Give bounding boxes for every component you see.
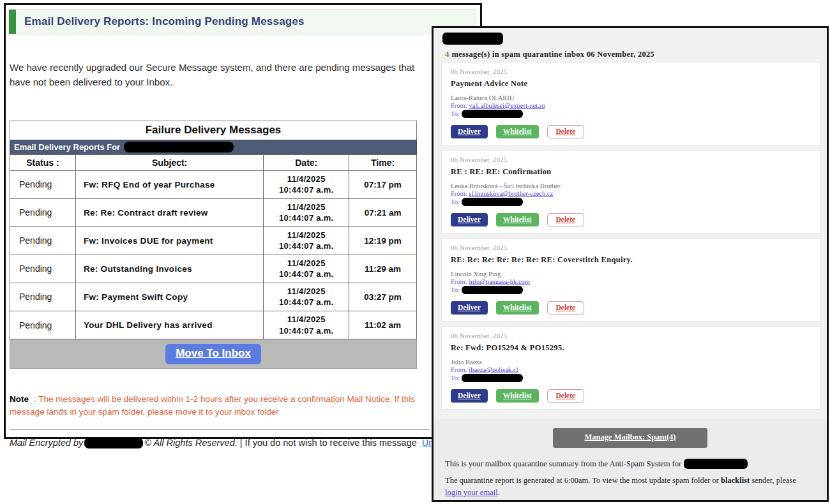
sender-email-link[interactable]: sl.brzuskova@brother-czech.cz (469, 190, 553, 197)
email-delivery-report-window: Email Delivery Reports: Incoming Pending… (4, 3, 482, 439)
report-text-a: The quarantine report is generated at 6:… (445, 476, 721, 485)
table-header-row: Status : Subject: Date: Time: (10, 154, 417, 170)
delete-button[interactable]: Delete (547, 125, 585, 138)
report-header-banner: Email Delivery Reports: Incoming Pending… (8, 9, 476, 34)
whitelist-button[interactable]: Whitelist (496, 125, 539, 138)
to-label: To: (451, 198, 460, 205)
whitelist-button[interactable]: Whitelist (496, 213, 539, 226)
table-row: Pending Re: Outstanding Invoices 11/4/20… (10, 255, 417, 283)
message-to-line: To: (451, 374, 811, 382)
deliver-button[interactable]: Deliver (451, 389, 488, 403)
time-cell: 11:02 am (349, 311, 417, 339)
delete-button[interactable]: Delete (547, 389, 585, 403)
message-subject: RE : RE: RE: Confirmation (451, 167, 811, 177)
date-value: 11/4/2025 (265, 174, 347, 185)
sender-email-link[interactable]: vali.albulesei@expert-net.ro (469, 102, 545, 109)
whitelist-button[interactable]: Whitelist (496, 389, 539, 403)
subject-cell: Fw: Invoices DUE for payment (75, 226, 263, 255)
message-from-line: From: info@pangaea-hk.com (451, 278, 811, 285)
quarantine-message-card: 06 November, 2025 Payment Advice Note La… (441, 62, 820, 145)
deliver-button[interactable]: Deliver (451, 213, 488, 226)
from-label: From: (451, 102, 467, 109)
datetime-value: 10:44:07 a.m. (265, 212, 347, 224)
subject-cell: Your DHL Delivery has arrived (75, 311, 263, 339)
delete-button[interactable]: Delete (547, 213, 585, 226)
quarantine-message-list: 06 November, 2025 Payment Advice Note La… (434, 62, 827, 410)
manage-mailbox-button[interactable]: Manage Mailbox: Spam(4) (553, 428, 707, 448)
login-email-link[interactable]: login your email (445, 488, 498, 497)
encrypted-by-text: Mail Encrypted by (10, 438, 83, 448)
datetime-value: 10:44:07 a.m. (265, 297, 347, 308)
sender-email-link[interactable]: info@pangaea-hk.com (469, 278, 530, 285)
subject-cell: Re: Re: Contract draft review (75, 198, 263, 226)
quarantine-summary-line: 4message(s) in spam quarantine inbox 06 … (434, 48, 827, 62)
screenshot-stage: Email Delivery Reports: Incoming Pending… (0, 0, 830, 504)
report-text-c: sender, please (750, 476, 796, 485)
quarantine-message-area: 4message(s) in spam quarantine inbox 06 … (434, 28, 827, 419)
datetime-value: 10:44:07 a.m. (265, 184, 347, 196)
deliver-button[interactable]: Deliver (451, 301, 488, 315)
email-footer: Mail Encrypted by© All Rights Reserved. … (10, 438, 480, 448)
redacted-logo-box (442, 33, 503, 45)
quarantine-message-card: 06 November, 2025 RE: Re: Re: Re: Re: Re… (441, 238, 820, 322)
quarantine-summary-text: This is your mailbox quarantine summary … (445, 459, 815, 469)
move-to-inbox-button[interactable]: Move To Inbox (165, 344, 261, 364)
time-cell: 11:29 am (349, 255, 417, 283)
delivery-table-body: Pending Fw: RFQ End of year Purchase 11/… (10, 170, 417, 339)
subject-cell: Fw: Payment Swift Copy (75, 283, 263, 311)
date-cell: 11/4/202510:44:07 a.m. (264, 226, 349, 255)
intro-text: We have recently upgraded our Secure Mes… (10, 60, 421, 90)
datetime-value: 10:44:07 a.m. (265, 325, 347, 337)
date-cell: 11/4/202510:44:07 a.m. (264, 198, 349, 226)
blacklist-word: blacklist (721, 476, 750, 485)
footer-divider (10, 429, 430, 430)
subject-cell: Re: Outstanding Invoices (75, 255, 263, 283)
message-date: 06 November, 2025 (451, 332, 811, 339)
to-label: To: (451, 110, 460, 117)
table-banner: Email Delivery Reports For (10, 140, 417, 154)
redacted-account-box (684, 459, 748, 469)
redacted-recipient-box (124, 142, 234, 152)
header-accent-bar (9, 10, 16, 34)
rights-text: © All Rights Reserved. (144, 438, 238, 448)
message-count: 4 (445, 50, 449, 59)
quarantine-message-card: 06 November, 2025 Re: Fwd: PO15294 & PO1… (441, 326, 820, 410)
redacted-recipient-box (462, 110, 523, 118)
date-cell: 11/4/202510:44:07 a.m. (264, 283, 349, 311)
table-title: Failure Delivery Messages (10, 121, 417, 140)
note-text: : The messages will be delivered within … (10, 394, 415, 417)
unsubscribe-text: | If you do not wish to receive this mes… (240, 438, 417, 448)
redacted-recipient-box (462, 198, 523, 206)
table-row: Pending Your DHL Delivery has arrived 11… (10, 311, 417, 339)
status-cell: Pending (10, 311, 76, 339)
quarantine-actions-section: Manage Mailbox: Spam(4) This is your mai… (434, 419, 827, 502)
message-date: 06 November, 2025 (451, 156, 811, 163)
sender-email-link[interactable]: jbaeza@polisak.cl (469, 366, 518, 373)
message-actions: Deliver Whitelist Delete (451, 389, 811, 403)
subject-cell: Fw: RFQ End of year Purchase (75, 170, 263, 198)
to-label: To: (451, 374, 460, 382)
message-sender: Lincoln Xing Ping (451, 271, 811, 278)
redacted-recipient-box (462, 374, 523, 382)
message-date: 06 November, 2025 (451, 244, 811, 251)
spam-quarantine-window: 4message(s) in spam quarantine inbox 06 … (432, 26, 829, 502)
from-label: From: (451, 278, 467, 285)
message-subject: Payment Advice Note (451, 79, 811, 89)
date-cell: 11/4/202510:44:07 a.m. (264, 170, 349, 198)
message-sender: Laura-Raluca OLARIU (451, 94, 811, 101)
status-cell: Pending (10, 255, 76, 283)
note-label: Note (10, 394, 29, 404)
time-cell: 03:27 pm (349, 283, 417, 311)
table-row: Pending Fw: RFQ End of year Purchase 11/… (10, 170, 417, 198)
message-sender: Lenka Brzusková - Šicí technika Brother (451, 182, 811, 189)
deliver-button[interactable]: Deliver (451, 125, 488, 138)
table-row: Pending Re: Re: Contract draft review 11… (10, 198, 417, 226)
failure-delivery-table: Failure Delivery Messages Email Delivery… (10, 121, 417, 369)
date-cell: 11/4/202510:44:07 a.m. (264, 311, 349, 339)
status-cell: Pending (10, 170, 76, 198)
message-actions: Deliver Whitelist Delete (451, 213, 811, 226)
delete-button[interactable]: Delete (547, 301, 585, 315)
time-cell: 07:21 am (349, 198, 417, 226)
whitelist-button[interactable]: Whitelist (496, 301, 539, 315)
message-to-line: To: (451, 286, 811, 294)
